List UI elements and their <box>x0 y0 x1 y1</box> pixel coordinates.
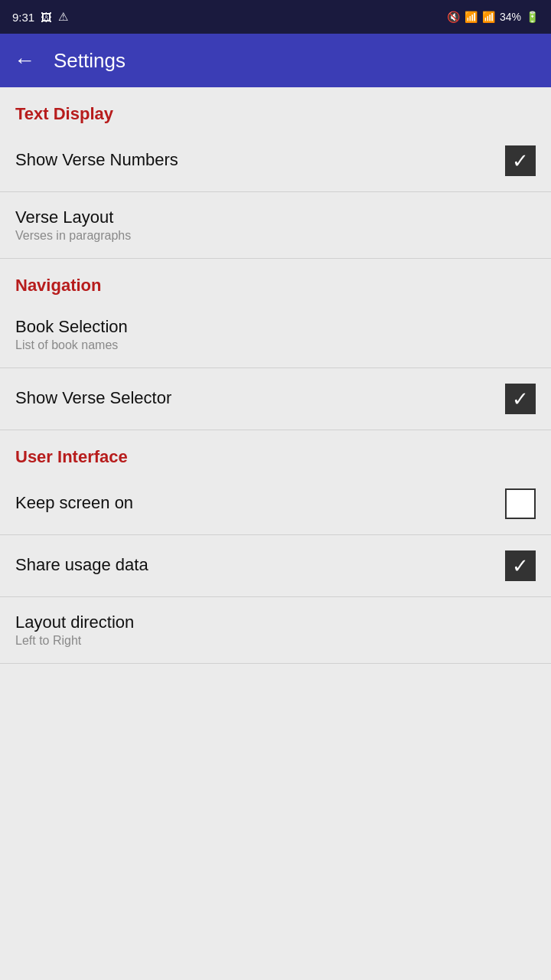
setting-title-book-selection: Book Selection <box>15 317 536 337</box>
app-bar-title: Settings <box>54 49 126 73</box>
signal-icon: 📶 <box>482 11 495 23</box>
checkmark-share-usage-data: ✓ <box>512 556 529 576</box>
setting-subtitle-verse-layout: Verses in paragraphs <box>15 229 536 243</box>
setting-text-book-selection: Book SelectionList of book names <box>15 317 536 352</box>
settings-content: Text DisplayShow Verse Numbers✓Verse Lay… <box>0 87 551 980</box>
setting-title-share-usage-data: Share usage data <box>15 555 505 575</box>
setting-subtitle-book-selection: List of book names <box>15 338 536 352</box>
setting-text-show-verse-numbers: Show Verse Numbers <box>15 150 505 172</box>
setting-title-show-verse-selector: Show Verse Selector <box>15 388 505 408</box>
time-display: 9:31 <box>12 11 34 24</box>
checkbox-share-usage-data[interactable]: ✓ <box>505 550 536 581</box>
setting-item-verse-layout[interactable]: Verse LayoutVerses in paragraphs <box>0 192 551 259</box>
setting-text-share-usage-data: Share usage data <box>15 555 505 577</box>
status-right: 🔇 📶 📶 34% 🔋 <box>447 11 539 23</box>
setting-text-layout-direction: Layout directionLeft to Right <box>15 612 536 648</box>
setting-item-book-selection[interactable]: Book SelectionList of book names <box>0 302 551 368</box>
checkmark-show-verse-selector: ✓ <box>512 389 529 409</box>
status-bar: 9:31 🖼 ⚠ 🔇 📶 📶 34% 🔋 <box>0 0 551 34</box>
setting-item-layout-direction[interactable]: Layout directionLeft to Right <box>0 597 551 664</box>
section-header-text-display: Text Display <box>0 87 551 130</box>
status-left: 9:31 🖼 ⚠ <box>12 10 68 24</box>
checkbox-show-verse-selector[interactable]: ✓ <box>505 384 536 414</box>
section-header-navigation: Navigation <box>0 259 551 302</box>
setting-item-show-verse-selector[interactable]: Show Verse Selector✓ <box>0 368 551 430</box>
setting-title-keep-screen-on: Keep screen on <box>15 493 505 513</box>
checkmark-show-verse-numbers: ✓ <box>512 151 529 171</box>
battery-percent: 34% <box>500 11 521 23</box>
alert-icon: ⚠ <box>58 10 68 24</box>
back-button[interactable]: ← <box>14 50 35 71</box>
setting-text-show-verse-selector: Show Verse Selector <box>15 388 505 410</box>
setting-subtitle-layout-direction: Left to Right <box>15 634 536 648</box>
setting-item-show-verse-numbers[interactable]: Show Verse Numbers✓ <box>0 130 551 192</box>
section-header-user-interface: User Interface <box>0 430 551 473</box>
battery-icon: 🔋 <box>526 11 539 23</box>
wifi-icon: 📶 <box>465 11 478 23</box>
setting-item-share-usage-data[interactable]: Share usage data✓ <box>0 535 551 597</box>
checkbox-show-verse-numbers[interactable]: ✓ <box>505 145 536 176</box>
checkbox-keep-screen-on[interactable] <box>505 488 536 519</box>
setting-text-keep-screen-on: Keep screen on <box>15 493 505 514</box>
photo-icon: 🖼 <box>41 11 52 24</box>
mute-icon: 🔇 <box>447 11 460 23</box>
setting-item-keep-screen-on[interactable]: Keep screen on <box>0 473 551 535</box>
setting-title-layout-direction: Layout direction <box>15 612 536 632</box>
setting-title-show-verse-numbers: Show Verse Numbers <box>15 150 505 170</box>
app-bar: ← Settings <box>0 34 551 87</box>
setting-text-verse-layout: Verse LayoutVerses in paragraphs <box>15 207 536 243</box>
setting-title-verse-layout: Verse Layout <box>15 207 536 227</box>
